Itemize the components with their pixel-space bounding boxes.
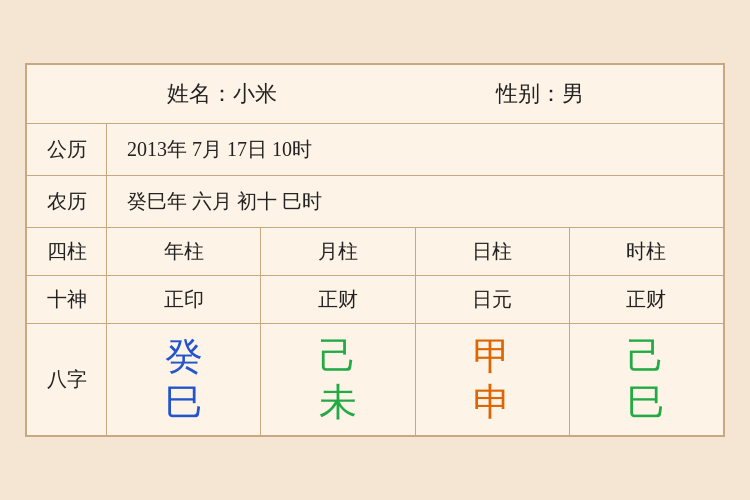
bazi-year-top: 癸 — [165, 334, 203, 380]
bazi-hour: 己 巳 — [570, 324, 723, 435]
sizhu-header-row: 四柱 年柱 月柱 日柱 时柱 — [27, 228, 723, 276]
bazi-month: 己 未 — [261, 324, 415, 435]
lunar-row: 农历 癸巳年 六月 初十 巳时 — [27, 176, 723, 228]
bazi-label: 八字 — [27, 324, 107, 435]
col-header-year: 年柱 — [107, 228, 261, 275]
bazi-hour-bottom: 巳 — [627, 380, 665, 426]
shishen-hour: 正财 — [570, 276, 723, 323]
sizhu-label: 四柱 — [27, 228, 107, 275]
header-row: 姓名：小米 性别：男 — [27, 65, 723, 124]
bazi-hour-top: 己 — [627, 334, 665, 380]
shishen-row: 十神 正印 正财 日元 正财 — [27, 276, 723, 324]
col-header-day: 日柱 — [416, 228, 570, 275]
bazi-year-bottom: 巳 — [165, 380, 203, 426]
shishen-day: 日元 — [416, 276, 570, 323]
bazi-day: 甲 申 — [416, 324, 570, 435]
bazi-day-bottom: 申 — [473, 380, 511, 426]
shishen-year: 正印 — [107, 276, 261, 323]
bazi-month-top: 己 — [319, 334, 357, 380]
solar-row: 公历 2013年 7月 17日 10时 — [27, 124, 723, 176]
bazi-month-bottom: 未 — [319, 380, 357, 426]
bazi-day-top: 甲 — [473, 334, 511, 380]
shishen-label: 十神 — [27, 276, 107, 323]
bazi-row: 八字 癸 巳 己 未 甲 申 己 巳 — [27, 324, 723, 435]
main-container: 姓名：小米 性别：男 公历 2013年 7月 17日 10时 农历 癸巳年 六月… — [25, 63, 725, 437]
shishen-month: 正财 — [261, 276, 415, 323]
gender-label: 性别：男 — [496, 79, 584, 109]
col-header-hour: 时柱 — [570, 228, 723, 275]
solar-label: 公历 — [27, 124, 107, 175]
name-label: 姓名：小米 — [167, 79, 277, 109]
bazi-year: 癸 巳 — [107, 324, 261, 435]
lunar-label: 农历 — [27, 176, 107, 227]
col-header-month: 月柱 — [261, 228, 415, 275]
lunar-value: 癸巳年 六月 初十 巳时 — [107, 176, 723, 227]
solar-value: 2013年 7月 17日 10时 — [107, 124, 723, 175]
